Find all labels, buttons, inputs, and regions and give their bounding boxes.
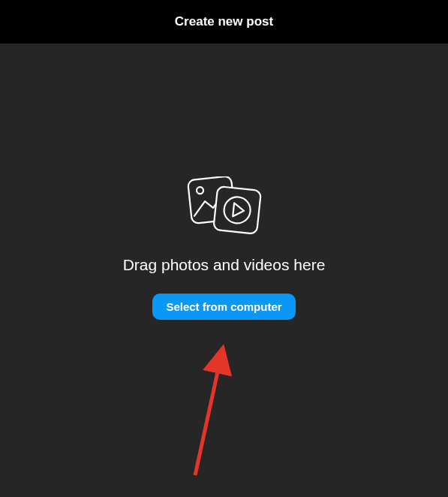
arrow-annotation bbox=[180, 344, 248, 482]
svg-rect-2 bbox=[213, 186, 261, 234]
modal-title: Create new post bbox=[175, 14, 273, 29]
svg-line-5 bbox=[195, 351, 222, 475]
modal-header: Create new post bbox=[0, 0, 448, 44]
select-from-computer-button[interactable]: Select from computer bbox=[152, 294, 295, 320]
upload-dropzone[interactable]: Drag photos and videos here Select from … bbox=[0, 44, 448, 497]
photo-video-icon bbox=[182, 176, 266, 239]
dropzone-prompt: Drag photos and videos here bbox=[123, 256, 326, 274]
